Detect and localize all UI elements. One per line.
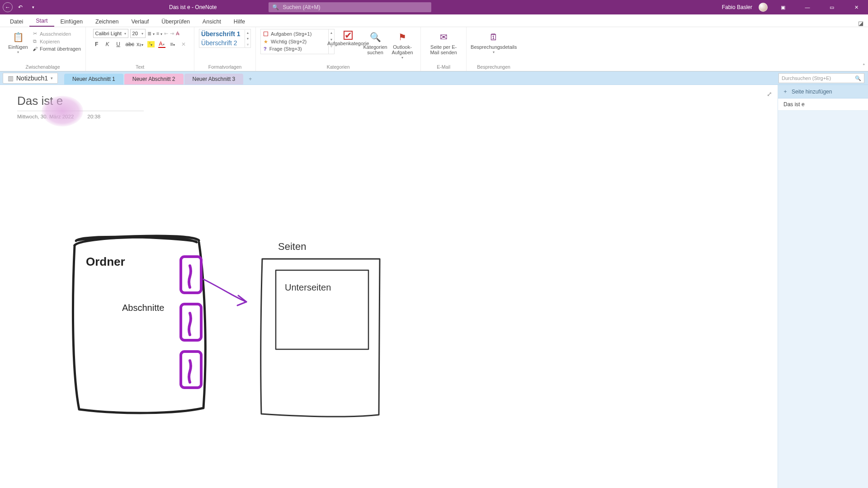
undo-button[interactable]: ↶ <box>15 2 25 12</box>
title-bar: ← ↶ ▾ Das ist e - OneNote 🔍 Suchen (Alt+… <box>0 0 868 14</box>
section-tab-3[interactable]: Neuer Abschnitt 3 <box>184 74 244 84</box>
page-header: Das ist e Mittwoch, 30. März 2022 20:38 <box>17 94 144 119</box>
tab-datei[interactable]: Datei <box>4 16 29 27</box>
font-name-select[interactable]: Calibri Light▾ <box>93 29 128 38</box>
tag-question[interactable]: Frage (Strg+3) <box>269 45 302 53</box>
close-button[interactable]: ✕ <box>847 0 865 14</box>
window-title: Das ist e - OneNote <box>169 4 217 10</box>
style-h2[interactable]: Überschrift 2 <box>199 38 245 47</box>
restore-button[interactable]: ▭ <box>823 0 841 14</box>
chevron-down-icon: ▾ <box>51 76 53 80</box>
group-clipboard: 📋 Einfügen ▾ ✂Ausschneiden ⧉Kopieren 🖌Fo… <box>0 27 86 71</box>
subscript-button[interactable]: x₂▾ <box>137 41 144 47</box>
email-page-button[interactable]: ✉ Seite per E-Mail senden <box>425 29 462 57</box>
ribbon-display-button[interactable]: ▣ <box>774 0 792 14</box>
cut-label: Ausschneiden <box>40 31 71 37</box>
tag-todo[interactable]: Aufgaben (Strg+1) <box>271 30 311 38</box>
group-styles-label: Formatvorlagen <box>208 64 242 71</box>
delete-button[interactable]: ✕ <box>180 41 187 47</box>
tab-ansicht[interactable]: Ansicht <box>196 16 227 27</box>
add-section-button[interactable]: + <box>244 74 256 84</box>
group-text-label: Text <box>136 64 144 71</box>
back-button[interactable]: ← <box>3 2 13 12</box>
styles-more[interactable]: ▴▾▿ <box>245 30 250 47</box>
cut-icon: ✂ <box>32 31 38 37</box>
page-date[interactable]: Mittwoch, 30. März 2022 <box>17 114 74 119</box>
tags-gallery[interactable]: Aufgaben (Strg+1) ★Wichtig (Strg+2) ?Fra… <box>260 29 328 54</box>
page-list-item[interactable]: Das ist e <box>778 99 868 111</box>
bullets-button[interactable]: ≣ ▾ <box>147 31 155 37</box>
question-icon: ? <box>264 45 267 53</box>
paste-button[interactable]: 📋 Einfügen ▾ <box>5 29 32 56</box>
font-color-button[interactable]: A▾ <box>158 41 165 48</box>
collapse-ribbon-button[interactable]: ˄ <box>863 63 865 69</box>
qat-customize[interactable]: ▾ <box>28 2 38 12</box>
notebook-selector[interactable]: ▥ Notizbuch1 ▾ <box>3 73 58 84</box>
group-tags-label: Kategorien <box>327 64 350 71</box>
page-title[interactable]: Das ist e <box>17 94 144 111</box>
meeting-details-button[interactable]: 🗓 Besprechungsdetails ▾ <box>471 29 516 56</box>
fullscreen-button[interactable]: ⤢ <box>767 90 772 98</box>
clear-format-button[interactable]: A̶ <box>176 31 179 37</box>
cut-button[interactable]: ✂Ausschneiden <box>32 30 81 38</box>
minimize-button[interactable]: — <box>798 0 816 14</box>
section-tab-2[interactable]: Neuer Abschnitt 2 <box>124 74 184 84</box>
tab-verlauf[interactable]: Verlauf <box>125 16 155 27</box>
search-icon: 🔍 <box>272 4 279 10</box>
notebook-icon: ▥ <box>8 75 14 82</box>
notebook-name: Notizbuch1 <box>16 75 48 82</box>
ribbon-tabstrip: Datei Start Einfügen Zeichnen Verlauf Üb… <box>0 14 868 27</box>
search-sections-placeholder: Durchsuchen (Strg+E) <box>782 75 831 81</box>
flag-icon: ⚑ <box>396 31 409 43</box>
user-name[interactable]: Fabio Basler <box>722 4 752 10</box>
format-painter-button[interactable]: 🖌Format übertragen <box>32 45 81 52</box>
italic-button[interactable]: K <box>104 41 111 47</box>
group-meetings: 🗓 Besprechungsdetails ▾ Besprechungen <box>467 27 521 71</box>
add-page-button[interactable]: ＋ Seite hinzufügen <box>778 85 868 99</box>
tab-zeichnen[interactable]: Zeichnen <box>89 16 125 27</box>
format-painter-label: Format übertragen <box>40 46 81 52</box>
tag-important[interactable]: Wichtig (Strg+2) <box>271 38 307 46</box>
copy-icon: ⧉ <box>32 38 38 44</box>
meeting-details-label: Besprechungsdetails <box>471 44 517 50</box>
tab-einfuegen[interactable]: Einfügen <box>54 16 89 27</box>
font-name-value: Calibri Light <box>95 31 122 36</box>
format-painter-icon: 🖌 <box>32 46 38 52</box>
find-tags-button[interactable]: 🔍 Kategorien suchen <box>362 29 389 57</box>
outlook-tasks-button[interactable]: ⚑ Outlook-Aufgaben ▾ <box>389 29 416 62</box>
font-size-select[interactable]: 20▾ <box>130 29 146 38</box>
todo-tag-button[interactable]: ✔ Aufgabenkategorie <box>335 29 362 48</box>
highlight-button[interactable]: ꜝ▾ <box>147 41 155 47</box>
drawing-label-ordner: Ordner <box>86 255 125 268</box>
section-tab-1[interactable]: Neuer Abschnitt 1 <box>64 74 123 84</box>
title-underline <box>17 111 144 111</box>
ink-drawing: Ordner Abschnitte Seiten <box>54 221 398 446</box>
align-button[interactable]: ≡▾ <box>169 41 176 47</box>
underline-button[interactable]: U <box>115 41 122 47</box>
group-email: ✉ Seite per E-Mail senden E-Mail <box>421 27 467 71</box>
page-time[interactable]: 20:38 <box>87 114 100 119</box>
avatar[interactable] <box>759 3 768 12</box>
drawing-label-abschnitte: Abschnitte <box>122 303 164 313</box>
checkbox-icon <box>264 32 268 36</box>
tab-hilfe[interactable]: Hilfe <box>227 16 251 27</box>
search-sections-input[interactable]: Durchsuchen (Strg+E) 🔍 <box>778 73 864 83</box>
outlook-tasks-label: Outlook-Aufgaben <box>390 44 415 55</box>
strike-button[interactable]: abc <box>126 41 133 47</box>
quick-access-toolbar: ← ↶ ▾ <box>0 2 38 12</box>
share-button[interactable]: ◪ <box>858 20 863 27</box>
todo-icon: ✔ <box>344 31 353 40</box>
group-styles: Überschrift 1 Überschrift 2 ▴▾▿ Formatvo… <box>194 27 256 71</box>
style-h1[interactable]: Überschrift 1 <box>199 29 245 38</box>
outdent-button[interactable]: ⇤ <box>164 31 168 37</box>
styles-gallery[interactable]: Überschrift 1 Überschrift 2 <box>199 29 245 47</box>
tab-start[interactable]: Start <box>29 15 54 27</box>
copy-button[interactable]: ⧉Kopieren <box>32 38 81 45</box>
indent-button[interactable]: ⇥ <box>170 31 174 37</box>
tab-ueberpruefen[interactable]: Überprüfen <box>155 16 196 27</box>
search-box[interactable]: 🔍 Suchen (Alt+M) <box>269 2 431 12</box>
page-canvas[interactable]: ⤢ Das ist e Mittwoch, 30. März 2022 20:3… <box>0 85 778 488</box>
bold-button[interactable]: F <box>93 41 100 47</box>
numbering-button[interactable]: ≡ ▾ <box>156 31 162 36</box>
find-tags-label: Kategorien suchen <box>363 44 388 55</box>
